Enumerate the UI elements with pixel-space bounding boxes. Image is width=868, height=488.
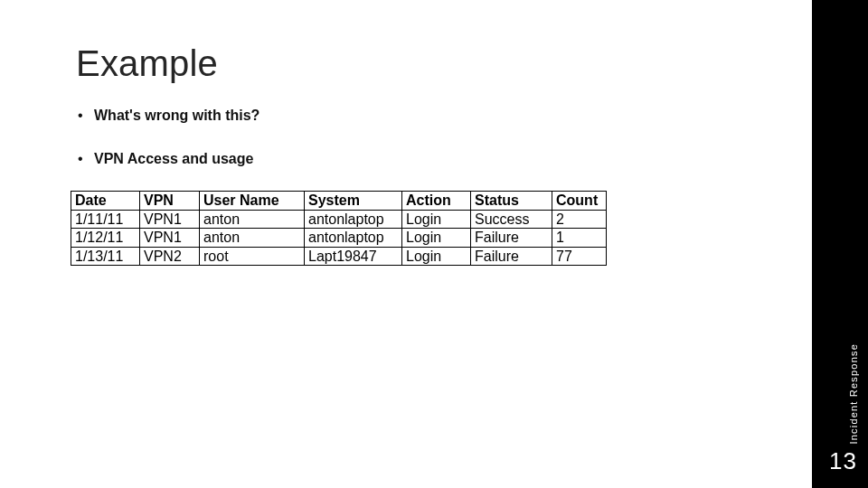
cell-status: Success: [471, 210, 552, 229]
cell-date: 1/12/11: [71, 229, 140, 248]
col-header-count: Count: [552, 192, 607, 211]
cell-date: 1/11/11: [71, 210, 140, 229]
cell-system: Lapt19847: [305, 247, 402, 266]
bullet-list: What's wrong with this? VPN Access and u…: [76, 108, 754, 167]
slide: Example What's wrong with this? VPN Acce…: [0, 0, 812, 488]
bullet-item: VPN Access and usage: [76, 151, 754, 167]
cell-user: root: [200, 247, 305, 266]
cell-system: antonlaptop: [305, 210, 402, 229]
side-label: Incident Response: [848, 343, 859, 445]
cell-status: Failure: [471, 229, 552, 248]
cell-action: Login: [402, 229, 471, 248]
col-header-user: User Name: [200, 192, 305, 211]
cell-date: 1/13/11: [71, 247, 140, 266]
col-header-action: Action: [402, 192, 471, 211]
page-number: 13: [829, 447, 857, 475]
col-header-vpn: VPN: [140, 192, 200, 211]
bullet-item: What's wrong with this?: [76, 108, 754, 124]
cell-action: Login: [402, 210, 471, 229]
cell-status: Failure: [471, 247, 552, 266]
cell-action: Login: [402, 247, 471, 266]
col-header-status: Status: [471, 192, 552, 211]
cell-vpn: VPN1: [140, 210, 200, 229]
cell-user: anton: [200, 210, 305, 229]
cell-user: anton: [200, 229, 305, 248]
cell-vpn: VPN2: [140, 247, 200, 266]
cell-system: antonlaptop: [305, 229, 402, 248]
table-header-row: Date VPN User Name System Action Status …: [71, 192, 607, 211]
table-row: 1/11/11 VPN1 anton antonlaptop Login Suc…: [71, 210, 607, 229]
cell-vpn: VPN1: [140, 229, 200, 248]
side-band: Incident Response 13: [812, 0, 868, 488]
vpn-access-table: Date VPN User Name System Action Status …: [71, 191, 607, 266]
slide-title: Example: [76, 43, 754, 84]
cell-count: 77: [552, 247, 607, 266]
table-row: 1/13/11 VPN2 root Lapt19847 Login Failur…: [71, 247, 607, 266]
cell-count: 1: [552, 229, 607, 248]
cell-count: 2: [552, 210, 607, 229]
table-row: 1/12/11 VPN1 anton antonlaptop Login Fai…: [71, 229, 607, 248]
col-header-system: System: [305, 192, 402, 211]
col-header-date: Date: [71, 192, 140, 211]
